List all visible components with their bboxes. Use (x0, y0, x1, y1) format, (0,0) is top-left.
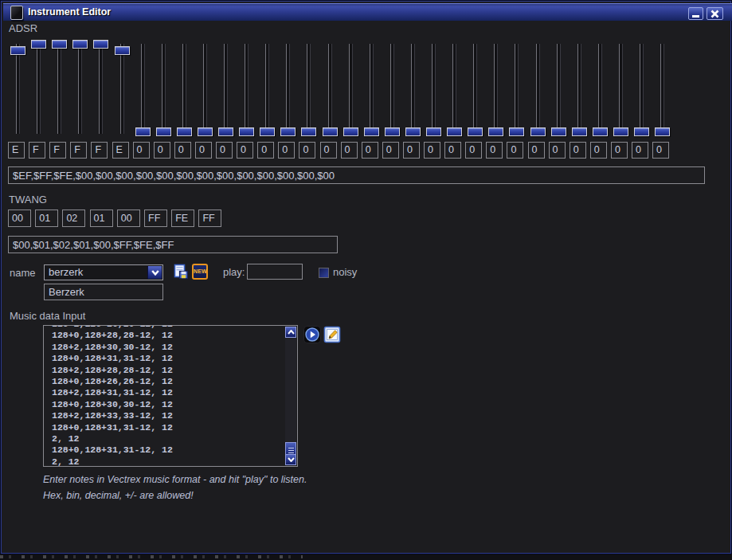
adsr-value-box[interactable]: 0 (424, 142, 440, 159)
slider-thumb[interactable] (343, 127, 358, 136)
slider-thumb[interactable] (405, 127, 421, 136)
adsr-value-box[interactable]: 0 (444, 142, 461, 159)
slider-thumb[interactable] (468, 127, 483, 136)
adsr-slider[interactable] (570, 40, 590, 143)
twang-value-box[interactable]: 00 (117, 210, 140, 227)
slider-thumb[interactable] (426, 127, 441, 136)
twang-value-box[interactable]: 01 (35, 210, 58, 227)
adsr-slider[interactable] (237, 40, 257, 143)
save-instrument-button[interactable] (173, 264, 189, 280)
slider-thumb[interactable] (530, 127, 546, 136)
slider-thumb[interactable] (93, 40, 108, 49)
twang-value-box[interactable]: FE (171, 210, 194, 227)
adsr-slider[interactable] (320, 40, 341, 143)
adsr-value-box[interactable]: 0 (362, 142, 378, 159)
adsr-slider[interactable] (216, 40, 237, 143)
adsr-value-box[interactable]: 0 (549, 142, 566, 159)
minimize-button[interactable] (688, 7, 703, 20)
adsr-value-box[interactable]: F (29, 142, 45, 159)
slider-thumb[interactable] (593, 127, 608, 136)
adsr-value-box[interactable]: 0 (652, 142, 669, 159)
slider-thumb[interactable] (52, 40, 67, 49)
adsr-value-box[interactable]: 0 (528, 142, 545, 159)
twang-value-box[interactable]: 01 (90, 210, 113, 227)
adsr-value-box[interactable]: 0 (237, 142, 253, 159)
adsr-slider[interactable] (382, 40, 403, 143)
adsr-slider[interactable] (112, 40, 133, 143)
adsr-slider[interactable] (257, 40, 278, 143)
adsr-value-box[interactable]: 0 (382, 142, 399, 159)
adsr-slider[interactable] (652, 40, 673, 143)
adsr-value-box[interactable]: 0 (278, 142, 295, 159)
twang-value-box[interactable]: 02 (62, 210, 85, 227)
instrument-name-input[interactable] (44, 284, 163, 300)
adsr-slider[interactable] (590, 40, 611, 143)
adsr-slider[interactable] (549, 40, 570, 143)
slider-thumb[interactable] (198, 127, 213, 136)
adsr-slider[interactable] (486, 40, 507, 143)
adsr-value-box[interactable]: 0 (590, 142, 607, 159)
slider-thumb[interactable] (488, 127, 503, 136)
slider-thumb[interactable] (135, 127, 151, 136)
adsr-slider[interactable] (195, 40, 216, 143)
play-music-button[interactable] (303, 326, 321, 343)
adsr-slider[interactable] (29, 40, 49, 143)
slider-thumb[interactable] (385, 127, 400, 136)
adsr-value-box[interactable]: 0 (133, 142, 150, 159)
adsr-slider[interactable] (174, 40, 195, 143)
adsr-slider[interactable] (528, 40, 549, 143)
adsr-slider[interactable] (632, 40, 652, 143)
adsr-value-box[interactable]: E (112, 142, 129, 159)
new-instrument-button[interactable]: NEW (192, 264, 208, 280)
slider-thumb[interactable] (509, 127, 524, 136)
adsr-slider[interactable] (8, 40, 29, 143)
adsr-slider[interactable] (507, 40, 527, 143)
titlebar[interactable]: Instrument Editor (3, 3, 732, 21)
scroll-down-button[interactable] (285, 454, 296, 465)
adsr-slider[interactable] (444, 40, 465, 143)
adsr-value-box[interactable]: 0 (403, 142, 420, 159)
adsr-slider[interactable] (341, 40, 362, 143)
adsr-value-box[interactable]: 0 (507, 142, 523, 159)
adsr-value-box[interactable]: 0 (257, 142, 274, 159)
close-button[interactable] (707, 7, 723, 20)
slider-thumb[interactable] (280, 127, 296, 136)
slider-thumb[interactable] (218, 127, 233, 136)
slider-thumb[interactable] (323, 127, 338, 136)
adsr-slider[interactable] (362, 40, 382, 143)
adsr-slider[interactable] (154, 40, 174, 143)
adsr-slider[interactable] (49, 40, 70, 143)
adsr-value-box[interactable]: 0 (570, 142, 586, 159)
adsr-slider[interactable] (465, 40, 486, 143)
slider-thumb[interactable] (260, 127, 275, 136)
adsr-value-box[interactable]: 0 (195, 142, 212, 159)
slider-thumb[interactable] (115, 46, 130, 55)
music-scrollbar[interactable] (285, 327, 296, 465)
scroll-up-button[interactable] (285, 327, 296, 338)
adsr-value-box[interactable]: E (8, 142, 25, 159)
noisy-checkbox[interactable] (319, 268, 329, 278)
adsr-slider[interactable] (278, 40, 299, 143)
adsr-slider[interactable] (133, 40, 154, 143)
slider-thumb[interactable] (634, 127, 649, 136)
adsr-slider[interactable] (611, 40, 632, 143)
adsr-value-box[interactable]: 0 (486, 142, 503, 159)
slider-thumb[interactable] (613, 127, 628, 136)
adsr-value-box[interactable]: F (49, 142, 66, 159)
slider-thumb[interactable] (31, 40, 46, 49)
adsr-slider[interactable] (91, 40, 112, 143)
adsr-value-box[interactable]: 0 (611, 142, 628, 159)
twang-value-box[interactable]: FF (198, 210, 221, 227)
slider-thumb[interactable] (72, 40, 88, 49)
edit-music-button[interactable] (323, 326, 341, 343)
adsr-slider[interactable] (299, 40, 319, 143)
adsr-value-box[interactable]: F (91, 142, 108, 159)
slider-thumb[interactable] (239, 127, 254, 136)
slider-thumb[interactable] (156, 127, 171, 136)
instrument-name-dropdown[interactable]: berzerk (44, 264, 163, 280)
adsr-slider[interactable] (424, 40, 444, 143)
slider-thumb[interactable] (447, 127, 462, 136)
adsr-value-box[interactable]: F (70, 142, 87, 159)
adsr-slider[interactable] (403, 40, 424, 143)
adsr-value-box[interactable]: 0 (174, 142, 191, 159)
